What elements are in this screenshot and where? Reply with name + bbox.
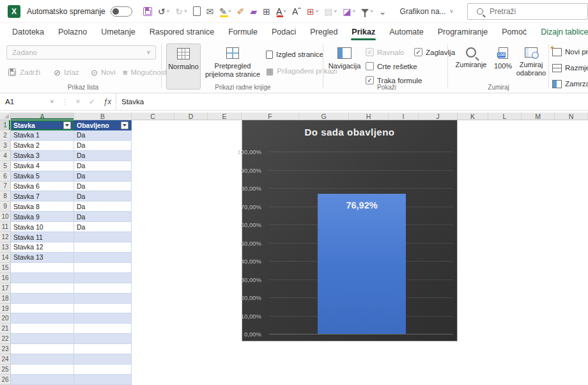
new-view-button[interactable]: ⊙ Novi (91, 66, 116, 79)
cell[interactable] (74, 253, 132, 263)
exit-view-button[interactable]: ⊘ Izlaz (54, 66, 79, 79)
column-header-N[interactable]: N (555, 113, 588, 120)
cell[interactable]: Da (74, 201, 132, 212)
autosave-toggle[interactable] (111, 6, 132, 17)
cell[interactable]: Da (74, 171, 132, 182)
cell[interactable]: Da (74, 182, 132, 192)
chart-bar[interactable] (318, 194, 406, 334)
share-icon[interactable]: ✉ (205, 4, 216, 19)
name-box[interactable]: A1 ˅ (0, 93, 59, 110)
clear-icon[interactable]: ◪˅ (341, 4, 357, 19)
cell[interactable]: Stavka 1 (11, 130, 74, 141)
row-header-5[interactable]: 5 (0, 161, 11, 171)
row-header-6[interactable]: 6 (0, 171, 11, 182)
checkbox-gridlines[interactable]: Crte rešetke (366, 62, 417, 70)
tab-pomoć[interactable]: Pomoć (495, 23, 534, 40)
cell[interactable] (74, 324, 132, 334)
cell[interactable] (74, 344, 132, 354)
column-header-C[interactable]: C (132, 113, 174, 120)
row-header-25[interactable]: 25 (0, 365, 11, 375)
tab-formule[interactable]: Formule (221, 23, 265, 40)
cell[interactable] (74, 375, 132, 385)
tab-automate[interactable]: Automate (382, 23, 431, 40)
borders-icon[interactable]: ⊞˅ (305, 4, 320, 19)
column-header-B[interactable]: B (74, 113, 132, 120)
cell[interactable] (74, 334, 132, 344)
tab-datoteka[interactable]: Datoteka (5, 23, 51, 40)
row-header-26[interactable]: 26 (0, 375, 11, 385)
zoom-100-button[interactable]: 100% (491, 43, 515, 90)
formula-input[interactable]: Stavka (116, 93, 588, 110)
row-header-13[interactable]: 13 (0, 242, 11, 253)
cell[interactable]: Da (74, 191, 132, 201)
zoom-button[interactable]: Zumiranje (451, 43, 491, 90)
cell[interactable] (11, 313, 74, 324)
cell[interactable] (11, 283, 74, 294)
eraser-icon[interactable]: ▰ (248, 4, 259, 19)
cell[interactable]: Stavka 8 (11, 201, 74, 212)
cell[interactable] (11, 294, 74, 304)
column-header-D[interactable]: D (174, 113, 208, 120)
filter-button[interactable] (63, 122, 71, 129)
select-all-button[interactable] (0, 113, 11, 120)
cell[interactable] (74, 294, 132, 304)
freeze-panes-button[interactable]: Zamrzava (552, 77, 588, 90)
table-lock-icon[interactable]: ⊞ (261, 4, 272, 19)
row-header-20[interactable]: 20 (0, 313, 11, 324)
keep-view-button[interactable]: Zadrži (8, 66, 40, 79)
tab-umetanje[interactable]: Umetanje (94, 23, 143, 40)
cell[interactable]: Stavka 5 (11, 171, 74, 182)
row-header-4[interactable]: 4 (0, 151, 11, 161)
cell[interactable]: Stavka 12 (11, 242, 74, 253)
enter-icon[interactable]: ✓ (85, 97, 99, 106)
redo-icon[interactable]: ↻˅ (173, 4, 189, 19)
cell[interactable]: Stavka 7 (11, 191, 74, 201)
column-header-L[interactable]: L (488, 113, 522, 120)
page-break-preview-button[interactable]: Pretpregled prijeloma stranice (203, 43, 262, 90)
cell[interactable] (11, 304, 74, 314)
navigation-button[interactable]: Navigacija (326, 43, 363, 90)
tab-pregled[interactable]: Pregled (303, 23, 344, 40)
tab-programiranje[interactable]: Programiranje (431, 23, 495, 40)
save-icon[interactable] (141, 4, 154, 19)
table-header-cell[interactable]: Obavljeno (74, 120, 132, 130)
cell[interactable]: Da (74, 161, 132, 171)
cell[interactable] (74, 304, 132, 314)
cell[interactable]: Stavka 4 (11, 161, 74, 171)
row-header-1[interactable]: 1 (0, 120, 11, 130)
row-header-18[interactable]: 18 (0, 294, 11, 304)
normal-view-button[interactable]: Normalno (166, 43, 201, 90)
format-painter-icon[interactable]: ✐ (235, 4, 247, 19)
cell[interactable]: Da (74, 222, 132, 232)
row-header-17[interactable]: 17 (0, 283, 11, 294)
row-header-9[interactable]: 9 (0, 201, 11, 212)
cell[interactable] (74, 232, 132, 242)
filter-icon[interactable]: ˅ (359, 4, 375, 19)
column-header-A[interactable]: A (11, 113, 74, 120)
cell[interactable] (74, 313, 132, 324)
row-header-16[interactable]: 16 (0, 273, 11, 283)
new-document-icon[interactable] (191, 4, 203, 19)
cell[interactable]: Stavka 10 (11, 222, 74, 232)
filter-button[interactable] (121, 122, 128, 129)
new-window-button[interactable]: Novi proz (552, 45, 588, 58)
row-header-3[interactable]: 3 (0, 141, 11, 151)
row-header-14[interactable]: 14 (0, 253, 11, 263)
cell[interactable] (74, 242, 132, 253)
row-header-19[interactable]: 19 (0, 304, 11, 314)
cell[interactable] (11, 344, 74, 354)
row-header-12[interactable]: 12 (0, 232, 11, 242)
row-header-24[interactable]: 24 (0, 354, 11, 365)
cell[interactable] (74, 263, 132, 273)
cell[interactable]: Da (74, 212, 132, 222)
row-header-8[interactable]: 8 (0, 191, 11, 201)
cancel-icon[interactable]: × (71, 97, 85, 106)
cell[interactable]: Da (74, 151, 132, 161)
cell[interactable] (74, 354, 132, 365)
tab-raspored-stranice[interactable]: Raspored stranice (143, 23, 221, 40)
row-header-11[interactable]: 11 (0, 222, 11, 232)
qat-overflow-icon[interactable]: ⌄ (377, 4, 389, 19)
cell[interactable] (11, 375, 74, 385)
cell[interactable]: Stavka 3 (11, 151, 74, 161)
cell[interactable] (11, 365, 74, 375)
